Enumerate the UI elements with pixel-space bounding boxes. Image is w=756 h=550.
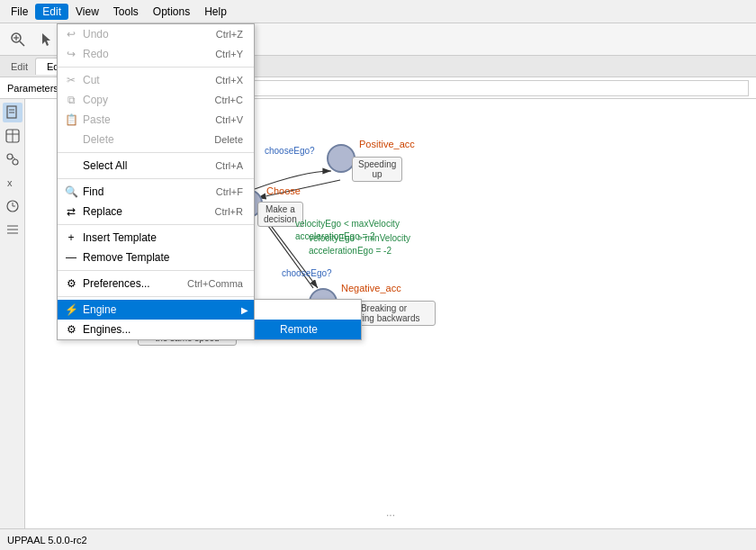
clock-icon [5,199,20,213]
menu-engines[interactable]: ⚙ Engines... [58,320,254,339]
redo-icon: ↪ [63,48,79,60]
replace-icon: ⇄ [63,205,79,218]
menu-options[interactable]: Options [146,4,197,20]
menu-remove-template[interactable]: — Remove Template [58,248,254,267]
sep-2 [58,152,254,153]
submenu-remote[interactable]: Remote [255,320,361,339]
sep-1 [58,67,254,68]
menu-file[interactable]: File [4,4,35,20]
node-positive[interactable]: Positive_acc Speeding up [327,144,356,173]
find-icon: 🔍 [63,185,79,198]
statusbar: UPPAAL 5.0.0-rc2 [0,528,756,550]
undo-icon: ↩ [63,28,79,41]
node-negative-label: Negative_acc [341,283,401,293]
insert-icon: + [63,231,79,244]
list-icon [5,222,20,237]
menu-preferences[interactable]: ⚙ Preferences... Ctrl+Comma [58,274,254,293]
engines-icon: ⚙ [63,323,79,336]
menu-find[interactable]: 🔍 Find Ctrl+F [58,182,254,202]
menubar: File Edit View Tools Options Help [0,0,756,23]
zoom-button[interactable] [5,27,31,52]
sidebar-icon-1[interactable] [3,103,22,122]
menu-select-all[interactable]: Select All Ctrl+A [58,156,254,176]
svg-text:x: x [7,177,13,188]
sidebar-icon-2[interactable] [3,126,22,146]
menu-help[interactable]: Help [197,4,234,20]
menu-paste[interactable]: 📋 Paste Ctrl+V [58,110,254,130]
edge-guard-neg: velocityEgo > minVelocityaccelerationEgo… [309,232,410,257]
svg-marker-4 [42,33,50,46]
pointer-icon [39,32,55,48]
sidebar-icon-3[interactable] [3,149,22,169]
params-label: Parameters: [7,83,61,94]
status-text: UPPAAL 5.0.0-rc2 [7,535,87,545]
sidebar-icon-6[interactable] [3,220,22,239]
node-positive-label: Positive_acc [359,139,415,149]
sep-3 [58,178,254,179]
copy-icon: ⧉ [63,94,79,106]
menu-engine[interactable]: ⚡ Engine ● Bundled Remote [58,300,254,320]
engine-submenu: ● Bundled Remote [254,299,362,340]
cut-icon: ✂ [63,74,79,86]
editor-label: Edit [4,59,35,75]
menu-delete[interactable]: Delete Delete [58,130,254,149]
edge-label-neg-choose: chooseEgo? [282,268,332,278]
menu-redo[interactable]: ↪ Redo Ctrl+Y [58,44,254,64]
sep-4 [58,224,254,225]
edge-label-choose-pos: chooseEgo? [265,146,315,156]
svg-point-18 [7,154,13,159]
engine-icon: ⚡ [63,303,79,316]
svg-point-19 [13,159,18,165]
scroll-indicator: ··· [386,509,395,521]
sidebar-icon-5[interactable] [3,196,22,216]
svg-line-1 [20,41,24,46]
pointer-button[interactable] [34,27,59,52]
process-icon [5,152,20,167]
paste-icon: 📋 [63,113,79,126]
bullet-bundled: ● [262,306,266,314]
node-positive-box: Speeding up [352,157,402,182]
template-icon [5,129,20,143]
menu-cut[interactable]: ✂ Cut Ctrl+X [58,70,254,90]
menu-replace[interactable]: ⇄ Replace Ctrl+R [58,202,254,221]
sep-6 [58,296,254,297]
menu-insert-template[interactable]: + Insert Template [58,228,254,248]
variable-icon: x [5,176,20,190]
sidebar-icon-4[interactable]: x [3,173,22,193]
menu-copy[interactable]: ⧉ Copy Ctrl+C [58,90,254,110]
svg-line-20 [13,157,15,159]
doc-icon [5,105,20,120]
remove-icon: — [63,251,79,264]
menu-view[interactable]: View [68,4,106,20]
menu-tools[interactable]: Tools [106,4,146,20]
node-choose-label: Choose [266,185,301,196]
menu-edit[interactable]: Edit [35,4,68,20]
menu-undo[interactable]: ↩ Undo Ctrl+Z [58,24,254,44]
prefs-icon: ⚙ [63,277,79,290]
submenu-bundled[interactable]: ● Bundled [255,300,361,320]
zoom-icon [10,32,26,48]
sidebar: x [0,99,25,528]
sep-5 [58,270,254,271]
edit-dropdown: ↩ Undo Ctrl+Z ↪ Redo Ctrl+Y ✂ Cut Ctrl+X… [57,23,255,340]
